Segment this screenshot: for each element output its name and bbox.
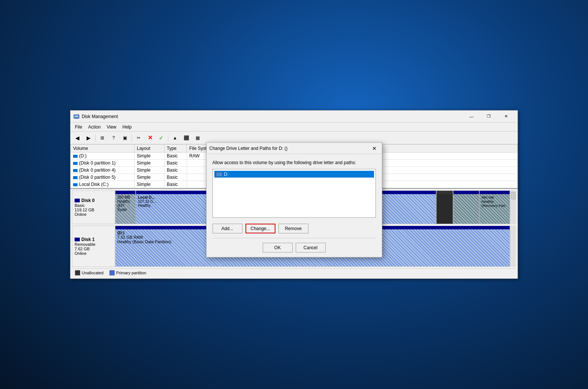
toolbar-btn-5[interactable]: ✓ bbox=[156, 133, 166, 143]
partition-content bbox=[453, 194, 479, 224]
dialog-list-item[interactable]: D: bbox=[214, 171, 374, 178]
disk0-status: Online bbox=[75, 212, 112, 217]
menu-view[interactable]: View bbox=[104, 124, 120, 130]
partition-topbar bbox=[115, 191, 135, 194]
menu-help[interactable]: Help bbox=[120, 124, 135, 130]
cell-layout: Simple bbox=[135, 174, 165, 181]
minimize-button[interactable]: — bbox=[463, 111, 480, 123]
dialog-action-buttons: Add... Change... Remove bbox=[206, 224, 382, 236]
main-content: Volume Layout Type File System Status Ca… bbox=[70, 144, 518, 278]
dialog-titlebar: Change Drive Letter and Paths for D: () … bbox=[206, 143, 382, 154]
partition-topbar bbox=[437, 191, 453, 194]
toolbar-btn-7[interactable]: ⬛ bbox=[181, 133, 192, 143]
dialog-close-button[interactable]: ✕ bbox=[370, 144, 379, 153]
partition-topbar bbox=[453, 191, 479, 194]
cell-volume: (Disk 0 partition 4) bbox=[71, 167, 135, 174]
menu-action[interactable]: Action bbox=[85, 124, 103, 130]
legend-primary-label: Primary partition bbox=[116, 271, 146, 275]
delete-button[interactable]: ✕ bbox=[145, 133, 155, 143]
partition-content: 880 MB Healthy (Recovery Part bbox=[480, 194, 510, 224]
legend-unalloc-label: Unallocated bbox=[82, 271, 103, 275]
cell-layout: Simple bbox=[135, 153, 165, 160]
change-drive-dialog: Change Drive Letter and Paths for D: () … bbox=[206, 142, 382, 257]
cell-type: Basic bbox=[165, 167, 187, 174]
restore-button[interactable]: ❐ bbox=[480, 111, 497, 123]
disk1-scrollbar[interactable] bbox=[510, 226, 516, 267]
toolbar-btn-2[interactable]: ? bbox=[108, 133, 119, 143]
dialog-ok-cancel-area: OK Cancel bbox=[206, 240, 382, 257]
disk1-name: Disk 1 bbox=[81, 237, 94, 242]
cell-layout: Simple bbox=[135, 160, 165, 167]
remove-button[interactable]: Remove bbox=[278, 224, 308, 233]
disk0-type: Basic bbox=[75, 203, 112, 208]
cell-layout: Simple bbox=[135, 167, 165, 174]
back-button[interactable]: ◀ bbox=[72, 133, 82, 143]
disk1-status: Online bbox=[75, 251, 112, 256]
disk0-recovery1-partition[interactable] bbox=[453, 191, 480, 224]
change-button[interactable]: Change... bbox=[245, 224, 275, 233]
cell-type: Basic bbox=[165, 160, 187, 167]
menubar: File Action View Help bbox=[70, 123, 518, 132]
svg-rect-2 bbox=[75, 117, 78, 118]
close-button[interactable]: ✕ bbox=[497, 111, 515, 123]
col-type: Type bbox=[165, 145, 187, 153]
toolbar-btn-1[interactable]: ⊞ bbox=[97, 133, 108, 143]
dialog-separator bbox=[212, 238, 376, 238]
disk0-efi-partition[interactable]: 260 MB Healthy (EFI Syste bbox=[115, 191, 136, 224]
disk0-name: Disk 0 bbox=[81, 198, 94, 203]
cell-layout: Simple bbox=[135, 181, 165, 188]
drive-icon bbox=[216, 172, 223, 177]
disk1-type: Removable bbox=[75, 242, 112, 247]
toolbar-btn-4[interactable]: ✂ bbox=[133, 133, 144, 143]
dialog-body: Allow access to this volume by using the… bbox=[206, 154, 382, 224]
toolbar-btn-3[interactable]: ▣ bbox=[120, 133, 130, 143]
ok-button[interactable]: OK bbox=[263, 243, 293, 253]
cell-volume: (Disk 0 partition 5) bbox=[71, 174, 135, 181]
window-title: Disk Management bbox=[82, 114, 463, 119]
forward-button[interactable]: ▶ bbox=[83, 133, 94, 143]
toolbar-btn-8[interactable]: ▦ bbox=[192, 133, 203, 143]
cell-type: Basic bbox=[165, 181, 187, 188]
partition-content bbox=[437, 194, 453, 224]
toolbar-separator-2 bbox=[132, 134, 132, 142]
menu-file[interactable]: File bbox=[72, 124, 85, 130]
toolbar-separator-3 bbox=[168, 134, 168, 142]
toolbar-btn-6[interactable]: ▲ bbox=[170, 133, 180, 143]
cell-volume: (Disk 0 partition 1) bbox=[71, 160, 135, 167]
partition-content: 260 MB Healthy (EFI Syste bbox=[115, 194, 135, 224]
partition-topbar bbox=[480, 191, 510, 194]
disk0-unalloc-partition bbox=[437, 191, 453, 224]
legend-area: Unallocated Primary partition bbox=[72, 268, 516, 277]
dialog-listbox[interactable]: D: bbox=[212, 169, 376, 218]
col-volume: Volume bbox=[71, 145, 135, 153]
app-icon bbox=[73, 114, 79, 120]
disk0-recovery2-partition[interactable]: 880 MB Healthy (Recovery Part bbox=[480, 191, 510, 224]
disk1-size: 7.62 GB bbox=[75, 247, 112, 251]
titlebar: Disk Management — ❐ ✕ bbox=[70, 111, 518, 123]
disk-scrollbar[interactable] bbox=[510, 190, 516, 224]
dialog-description: Allow access to this volume by using the… bbox=[212, 160, 376, 165]
cell-type: Basic bbox=[165, 174, 187, 181]
legend-primary: Primary partition bbox=[109, 270, 146, 275]
legend-primary-box bbox=[109, 270, 115, 275]
legend-unallocated: Unallocated bbox=[75, 270, 103, 275]
legend-unalloc-box bbox=[75, 270, 80, 275]
drive-letter-label: D: bbox=[224, 172, 229, 177]
dialog-title: Change Drive Letter and Paths for D: () bbox=[209, 145, 370, 151]
cell-type: Basic bbox=[165, 153, 187, 160]
cell-volume: (D:) bbox=[71, 153, 135, 160]
disk0-label: Disk 0 Basic 119.12 GB Online bbox=[72, 190, 115, 224]
disk1-label: Disk 1 Removable 7.62 GB Online bbox=[72, 226, 115, 267]
col-layout: Layout bbox=[135, 145, 165, 153]
disk0-size: 119.12 GB bbox=[75, 208, 112, 212]
add-path-button[interactable]: Add... bbox=[212, 224, 242, 233]
cancel-button[interactable]: Cancel bbox=[296, 243, 326, 253]
cell-volume: Local Disk (C:) bbox=[71, 181, 135, 188]
toolbar-separator-1 bbox=[95, 134, 96, 142]
window-controls: — ❐ ✕ bbox=[463, 111, 515, 123]
